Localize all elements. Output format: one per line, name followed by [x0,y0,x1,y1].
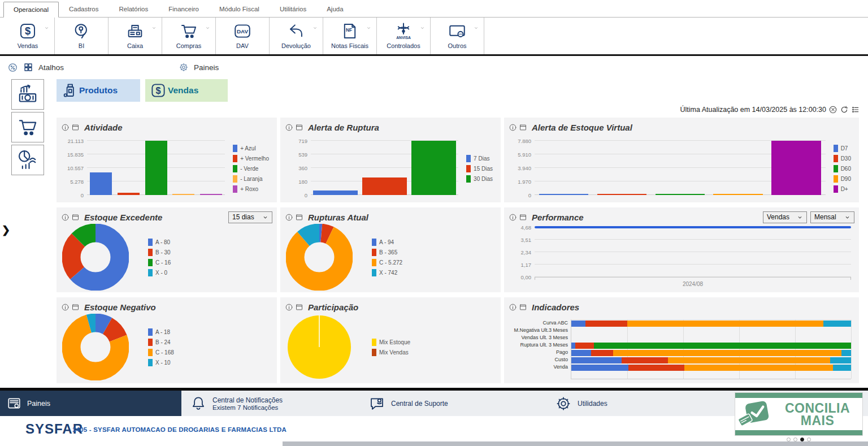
chart-legend: 7 Dias15 Dias30 Dias [458,138,496,198]
menu-tab-utilit-rios[interactable]: Utilitários [270,1,316,17]
legend-label: D90 [841,176,851,182]
info-icon[interactable] [509,303,517,311]
company-name: 1405 - SYSFAR AUTOMACAO DE DROGARIAS E F… [72,426,287,433]
carousel-dot-3[interactable] [800,438,804,441]
pie-chart: Mix EstoqueMix Vendas [285,314,496,380]
carousel-dot-4[interactable] [807,438,811,441]
bottom-nav-central-de-suporte[interactable]: Central de Suporte [368,391,448,416]
toolbar-button-bi[interactable]: BI [55,18,108,54]
sidebar-expander[interactable]: ❯ [2,224,10,236]
bar-segment [594,343,851,349]
dropdown-mensal[interactable]: Mensal [810,211,854,223]
list-icon[interactable] [851,105,860,114]
panel-dropdowns: 15 dias [228,211,272,223]
window-icon[interactable] [71,213,80,222]
menu-tab-relat-rios[interactable]: Relatórios [108,1,158,17]
grid-icon[interactable] [23,62,33,72]
menu-tab-operacional[interactable]: Operacional [3,2,59,18]
legend-label: 7 Dias [474,155,489,162]
nf-icon: NF [340,20,359,42]
row-label-pago: Pago [509,349,571,356]
dropdown-15-dias[interactable]: 15 dias [228,211,272,223]
chevron-down-icon[interactable] [205,25,210,31]
y-tick-label: 4,68 [507,224,531,231]
chevron-down-icon[interactable] [151,25,157,31]
bottom-nav-utilidades[interactable]: Utilidades [555,391,607,416]
x-axis-label: 2024/08 [535,281,851,287]
dav-icon: DAV [233,20,252,42]
window-icon[interactable] [519,303,527,311]
window-icon[interactable] [295,303,303,311]
info-icon[interactable] [285,213,293,222]
percent-circle-icon[interactable] [7,62,18,73]
carousel-dot-2[interactable] [793,438,797,441]
menu-tab-ajuda[interactable]: Ajuda [316,1,353,17]
info-icon[interactable] [61,213,70,222]
sales-stats-icon [16,83,39,106]
menu-tab-m-dulo-fiscal[interactable]: Módulo Fiscal [209,1,270,17]
concilia-mais-banner[interactable]: CONCILIA MAIS [735,392,863,436]
info-icon[interactable] [509,123,517,132]
shortcut-button-vendas[interactable]: $Vendas [145,79,228,102]
panel-indicadores: IndicadoresCurva ABCM.Negativa Ult.3 Mes… [504,297,859,383]
legend-label: C - 16 [155,259,171,266]
chevron-down-icon[interactable] [313,25,318,31]
toolbar-button-dav[interactable]: DAVDAV [216,18,270,54]
info-icon[interactable] [61,303,70,311]
bar-segment [833,365,851,371]
info-icon[interactable] [285,303,293,311]
legend-label: C - 5.272 [379,259,402,266]
legend-label: C - 168 [155,349,174,356]
toolbar-button-controlados[interactable]: ANVISAControlados [377,18,431,54]
refresh-icon[interactable] [840,105,849,114]
window-icon[interactable] [295,123,303,132]
atalhos-group: Atalhos [7,62,64,73]
toolbar-button-label: Caixa [127,42,143,49]
anvisa-icon: ANVISA [394,20,413,42]
chat-icon [368,395,385,412]
chevron-down-icon[interactable] [366,25,371,31]
gear-icon[interactable] [179,62,189,72]
bottom-nav-paineis[interactable]: Paineis [0,391,181,416]
bottom-nav-central-de-notifica-es[interactable]: Central de NotificaçõesExistem 7 Notific… [190,391,283,416]
row-label-vendas-ult-3-meses: Vendas Ult. 3 Meses [509,334,571,341]
legend-item: D7 [834,145,851,152]
chevron-down-icon[interactable] [474,25,479,31]
toolbar-button-caixa[interactable]: Caixa [108,18,162,54]
window-icon[interactable] [71,123,80,132]
chevron-down-icon[interactable] [420,25,425,31]
sidebar-button-cart[interactable] [11,112,44,142]
toolbar-button-label: DAV [236,42,249,49]
menu-tab-cadastros[interactable]: Cadastros [59,1,108,17]
info-icon[interactable] [285,123,293,132]
info-icon[interactable] [509,213,517,222]
bottom-strip [0,441,868,446]
sidebar-button-sales-stats[interactable] [11,79,44,110]
toolbar-button-compras[interactable]: Compras [162,18,216,54]
carousel-dot-1[interactable] [787,438,791,441]
toolbar-button-devolu-o[interactable]: Devolução [270,18,323,54]
chart-plot: 05.27810.55715.83521.113 [87,141,225,195]
window-icon[interactable] [71,303,80,311]
row-label-venda: Venda [509,363,571,371]
window-icon[interactable] [519,123,527,132]
toolbar-button-outros[interactable]: Outros [431,18,484,54]
bottom-nav-text: Central de Suporte [391,400,448,408]
bottom-nav-label: Utilidades [578,400,607,408]
menu-tab-financeiro[interactable]: Financeiro [158,1,209,17]
chevron-down-icon[interactable] [44,25,49,31]
y-tick-label: 3,51 [507,237,531,243]
gridline [851,320,852,379]
shortcut-button-produtos[interactable]: Produtos [57,79,140,102]
sidebar-button-analytics[interactable] [11,145,44,175]
toolbar-button-vendas[interactable]: $Vendas [1,18,55,54]
gridline [535,276,851,277]
window-icon[interactable] [519,213,527,222]
toolbar-button-notas-fiscais[interactable]: NFNotas Fiscais [323,18,377,54]
close-circle-icon[interactable] [828,105,837,114]
dollar-icon: $ [150,82,167,99]
dropdown-vendas[interactable]: Vendas [763,211,807,223]
panel-title: Performance [532,213,584,222]
info-icon[interactable] [61,123,70,132]
window-icon[interactable] [295,213,303,222]
